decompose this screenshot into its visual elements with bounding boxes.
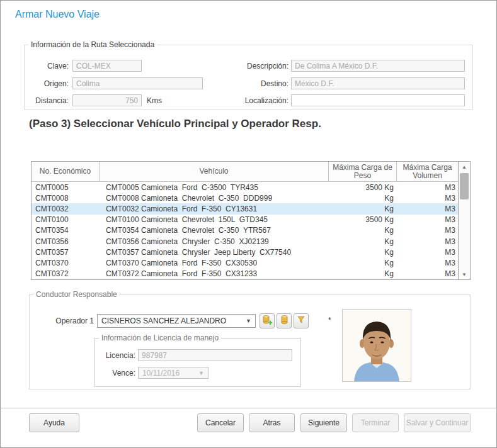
license-group: Información de Licencia de manejo Licenc… [94, 338, 301, 387]
cell-carga_volumen: M3 [397, 237, 458, 246]
cell-carga_peso: Kg [329, 226, 397, 235]
vehicle-grid-body: CMT0005CMT0005 Camioneta Ford C-3500 TYR… [31, 182, 458, 279]
cell-vehiculo: CMT0356 Camioneta Chrysler C-350 XJ02139 [100, 237, 329, 246]
localizacion-label: Localización: [226, 96, 288, 105]
cell-vehiculo: CMT0005 Camioneta Ford C-3500 TYR435 [100, 183, 329, 192]
cell-carga_volumen: M3 [397, 226, 458, 235]
cell-carga_peso: Kg [329, 237, 397, 246]
vertical-scrollbar[interactable]: ▲ ▼ [458, 162, 470, 279]
conductor-group-label: Conductor Responsable [33, 290, 120, 299]
scroll-up-icon[interactable]: ▲ [459, 162, 470, 172]
origen-field [72, 77, 203, 89]
licencia-field [138, 349, 292, 361]
cell-carga_volumen: M3 [397, 204, 458, 213]
cancelar-button[interactable]: Cancelar [197, 413, 244, 432]
origen-label: Origen: [25, 79, 69, 88]
cell-no: CMT0032 [31, 204, 100, 213]
chevron-down-icon: ▼ [198, 370, 204, 376]
atras-button[interactable]: Atras [249, 413, 295, 432]
operator-portrait-image [343, 310, 411, 381]
clave-label: Clave: [25, 62, 69, 70]
table-row[interactable]: CMT0100CMT0100 Camioneta Chevrolet 150L … [31, 215, 458, 225]
cell-vehiculo: CMT0032 Camioneta Ford F-350 CY13631 [100, 204, 329, 213]
distancia-label: Distancia: [25, 96, 69, 105]
cell-carga_peso: Kg [329, 269, 397, 278]
clave-field [72, 60, 142, 72]
column-header-carga-volumen[interactable]: Máxima Carga Volumen [397, 162, 458, 181]
cell-carga_peso: Kg [329, 194, 397, 203]
conductor-group: Conductor Responsable Operador 1 CISNERO… [29, 294, 471, 389]
filter-icon [296, 315, 306, 327]
table-row[interactable]: CMT0008CMT0008 Camioneta Chevrolet C-350… [31, 193, 458, 203]
route-info-group-label: Información de la Ruta Seleccionada [28, 40, 157, 49]
destino-field [291, 77, 465, 89]
licencia-label: Licencia: [98, 351, 135, 360]
required-marker: * [328, 316, 331, 325]
cell-no: CMT0008 [31, 194, 100, 203]
cell-vehiculo: CMT0370 Camioneta Ford F-350 CX30530 [100, 259, 329, 267]
distancia-unit: Kms [147, 96, 162, 105]
table-row[interactable]: CMT0372CMT0372 Camioneta Ford F-350 CX31… [31, 269, 458, 279]
siguiente-button[interactable]: Siguiente [300, 413, 347, 432]
descripcion-field [291, 60, 465, 72]
cell-carga_peso: Kg [329, 259, 397, 267]
operador-label: Operador 1 [55, 316, 94, 325]
cell-no: CMT0357 [31, 248, 100, 257]
cell-vehiculo: CMT0372 Camioneta Ford F-350 CX31233 [100, 269, 329, 278]
vence-value: 10/11/2016 [142, 369, 180, 378]
cell-vehiculo: CMT0357 Camioneta Chrysler Jeep Liberty … [100, 248, 329, 257]
ayuda-button[interactable]: Ayuda [29, 413, 79, 432]
cell-no: CMT0005 [31, 183, 100, 192]
cell-no: CMT0372 [31, 269, 100, 278]
localizacion-field[interactable] [291, 94, 465, 106]
terminar-button: Terminar [352, 413, 399, 432]
cell-vehiculo: CMT0100 Camioneta Chevrolet 150L GTD345 [100, 215, 329, 224]
table-row[interactable]: CMT0370CMT0370 Camioneta Ford F-350 CX30… [31, 257, 458, 268]
table-row[interactable]: CMT0357CMT0357 Camioneta Chrysler Jeep L… [31, 247, 458, 257]
table-row[interactable]: CMT0005CMT0005 Camioneta Ford C-3500 TYR… [31, 182, 458, 193]
vence-label: Vence: [98, 369, 135, 378]
column-header-vehiculo[interactable]: Vehículo [100, 162, 329, 181]
vence-datepicker: 10/11/2016 ▼ [138, 367, 209, 379]
table-row[interactable]: CMT0032CMT0032 Camioneta Ford F-350 CY13… [31, 203, 458, 214]
database-add-icon [262, 315, 273, 328]
cell-vehiculo: CMT0008 Camioneta Chevrolet C-350 DDD999 [100, 194, 329, 203]
column-header-no-economico[interactable]: No. Económico [31, 162, 100, 181]
add-operator-button[interactable] [260, 313, 275, 328]
operador-combobox[interactable]: CISNEROS SANCHEZ ALEJANDRO ▼ [97, 314, 256, 328]
operator-data-button[interactable] [277, 313, 292, 328]
cell-no: CMT0370 [31, 259, 100, 267]
cell-carga_volumen: M3 [397, 194, 458, 203]
operador-value: CISNEROS SANCHEZ ALEJANDRO [101, 316, 226, 325]
cell-carga_volumen: M3 [397, 183, 458, 192]
descripcion-label: Descripción: [226, 62, 288, 70]
armar-nuevo-viaje-dialog: Armar Nuevo Viaje Información de la Ruta… [0, 0, 497, 448]
table-row[interactable]: CMT0354CMT0354 Camioneta Chevrolet C-350… [31, 225, 458, 236]
cell-carga_volumen: M3 [397, 248, 458, 257]
cell-carga_volumen: M3 [397, 269, 458, 278]
cell-no: CMT0354 [31, 226, 100, 235]
vehicle-grid-header: No. Económico Vehículo Máxima Carga de P… [31, 162, 458, 182]
cell-carga_peso: 3500 Kg [329, 215, 397, 224]
cell-carga_volumen: M3 [397, 259, 458, 267]
cell-no: CMT0100 [31, 215, 100, 224]
column-header-carga-peso[interactable]: Máxima Carga de Peso [329, 162, 397, 181]
cell-no: CMT0356 [31, 237, 100, 246]
route-info-group: Información de la Ruta Seleccionada Clav… [24, 45, 473, 109]
chevron-down-icon: ▼ [246, 318, 251, 324]
footer-separator [1, 408, 497, 408]
distancia-field [72, 94, 142, 106]
page-title: Armar Nuevo Viaje [15, 9, 100, 20]
step-heading: (Paso 3) Seleccionar Vehículo Principal … [29, 118, 321, 130]
database-icon [280, 315, 289, 327]
cell-carga_peso: Kg [329, 248, 397, 257]
scrollbar-thumb[interactable] [460, 173, 469, 199]
table-row[interactable]: CMT0356CMT0356 Camioneta Chrysler C-350 … [31, 236, 458, 247]
cell-carga_volumen: M3 [397, 215, 458, 224]
license-group-label: Información de Licencia de manejo [99, 333, 221, 342]
scroll-down-icon[interactable]: ▼ [459, 269, 470, 279]
cell-vehiculo: CMT0354 Camioneta Chevrolet C-350 YTR567 [100, 226, 329, 235]
cell-carga_peso: 3500 Kg [329, 183, 397, 192]
filter-operators-button[interactable] [294, 313, 309, 328]
destino-label: Destino: [226, 79, 288, 88]
